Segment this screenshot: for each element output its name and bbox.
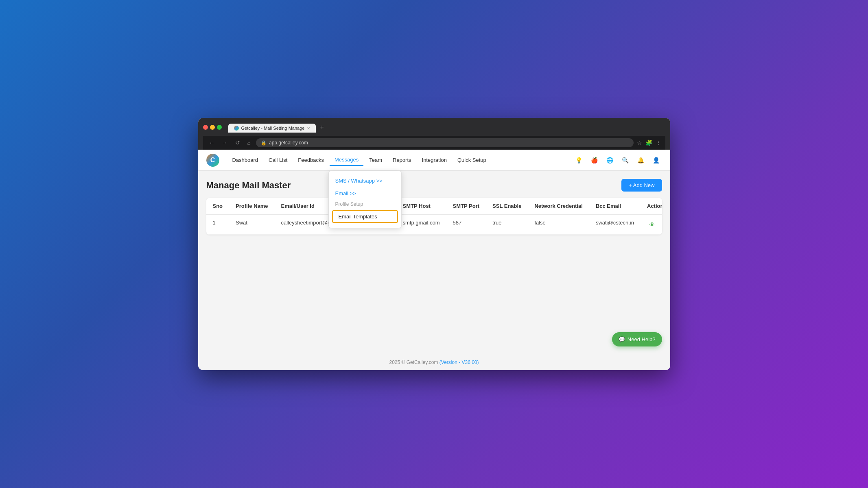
lock-icon: 🔒 [261, 140, 267, 146]
extensions-icon[interactable]: 🧩 [645, 139, 652, 146]
dropdown-email[interactable]: Email >> [329, 187, 401, 200]
star-icon[interactable]: ☆ [637, 139, 642, 146]
app-header: C Dashboard Call List Feedbacks Messages… [198, 150, 670, 171]
col-ssl-enable: SSL Enable [486, 198, 528, 214]
new-tab-button[interactable]: + [317, 122, 327, 133]
delete-icon[interactable]: 🗑 [660, 220, 662, 229]
mail-master-table: Sno Profile Name Email/User Id Password … [206, 198, 662, 235]
address-text: app.getcalley.com [269, 140, 308, 146]
cell-profile-name: Swati [229, 214, 274, 235]
footer-text: 2025 © GetCalley.com [389, 359, 438, 365]
col-action: Action [641, 198, 662, 214]
nav-reports[interactable]: Reports [388, 155, 416, 166]
dropdown-profile-setup: Profile Setup [329, 200, 401, 209]
back-button[interactable]: ← [207, 139, 217, 147]
col-smtp-host: SMTP Host [396, 198, 446, 214]
nav-call-list[interactable]: Call List [264, 155, 292, 166]
col-sno: Sno [206, 198, 230, 214]
browser-chrome: Getcalley - Mail Setting Manage ✕ + ← → … [198, 118, 670, 150]
need-help-button[interactable]: 💬 Need Help? [612, 332, 662, 346]
nav-quick-setup[interactable]: Quick Setup [453, 155, 491, 166]
menu-icon[interactable]: ⋮ [656, 139, 661, 146]
page-footer: 2025 © GetCalley.com (Version - V36.00) [198, 355, 670, 370]
header-icons: 💡 🍎 🌐 🔍 🔔 👤 [573, 155, 662, 166]
traffic-lights [203, 125, 222, 130]
nav-dashboard[interactable]: Dashboard [227, 155, 263, 166]
browser-tabs: Getcalley - Mail Setting Manage ✕ + [228, 122, 327, 133]
nav-messages[interactable]: Messages [330, 154, 363, 166]
messages-dropdown: SMS / Whatsapp >> Email >> Profile Setup… [328, 171, 402, 228]
table-row: 1 Swati calleysheetimport@gmail.com ****… [206, 214, 662, 235]
close-window-button[interactable] [203, 125, 208, 130]
browser-topbar: Getcalley - Mail Setting Manage ✕ + [203, 122, 665, 133]
browser-addressbar: ← → ↺ ⌂ 🔒 app.getcalley.com ☆ 🧩 ⋮ [203, 136, 665, 150]
logo-text: C [210, 157, 215, 164]
browser-window: Getcalley - Mail Setting Manage ✕ + ← → … [198, 118, 670, 370]
col-network-credential: Network Credential [528, 198, 589, 214]
notification-icon[interactable]: 🔔 [635, 155, 647, 166]
address-bar[interactable]: 🔒 app.getcalley.com [256, 138, 634, 147]
nav-feedbacks[interactable]: Feedbacks [293, 155, 329, 166]
lightbulb-icon[interactable]: 💡 [573, 155, 585, 166]
toolbar-icons: ☆ 🧩 ⋮ [637, 139, 661, 146]
action-icons: 👁 🗑 ✉ ✏ [647, 220, 662, 229]
help-label: Need Help? [627, 336, 656, 342]
tab-title: Getcalley - Mail Setting Manage [241, 126, 305, 131]
table-header-row: Sno Profile Name Email/User Id Password … [206, 198, 662, 214]
cell-smtp-port: 587 [446, 214, 486, 235]
cell-action: 👁 🗑 ✉ ✏ [641, 214, 662, 235]
main-content: Manage Mail Master + Add New Sno Profile… [198, 171, 670, 355]
nav-team[interactable]: Team [364, 155, 387, 166]
nav-integration[interactable]: Integration [417, 155, 452, 166]
col-profile-name: Profile Name [229, 198, 274, 214]
globe-icon[interactable]: 🌐 [604, 155, 616, 166]
col-smtp-port: SMTP Port [446, 198, 486, 214]
refresh-button[interactable]: ↺ [233, 139, 242, 147]
app-logo: C [206, 154, 219, 167]
cell-bcc-email: swati@cstech.in [589, 214, 641, 235]
apple-icon[interactable]: 🍎 [589, 155, 600, 166]
cell-network-credential: false [528, 214, 589, 235]
minimize-window-button[interactable] [210, 125, 215, 130]
col-bcc-email: Bcc Email [589, 198, 641, 214]
cell-smtp-host: smtp.gmail.com [396, 214, 446, 235]
page-header: Manage Mail Master + Add New [206, 179, 662, 192]
cell-sno: 1 [206, 214, 230, 235]
search-icon[interactable]: 🔍 [620, 155, 631, 166]
view-icon[interactable]: 👁 [647, 220, 657, 229]
add-new-button[interactable]: + Add New [621, 179, 662, 192]
active-tab[interactable]: Getcalley - Mail Setting Manage ✕ [228, 124, 316, 133]
whatsapp-icon: 💬 [619, 336, 625, 342]
footer-version-link[interactable]: (Version - V36.00) [439, 359, 479, 365]
home-button[interactable]: ⌂ [245, 139, 253, 147]
tab-favicon-icon [234, 126, 239, 131]
nav-menu: Dashboard Call List Feedbacks Messages T… [227, 154, 573, 166]
tab-close-icon[interactable]: ✕ [307, 126, 310, 131]
cell-ssl-enable: true [486, 214, 528, 235]
maximize-window-button[interactable] [217, 125, 222, 130]
forward-button[interactable]: → [220, 139, 230, 147]
user-icon[interactable]: 👤 [651, 155, 662, 166]
dropdown-email-templates[interactable]: Email Templates [332, 210, 398, 223]
dropdown-sms-whatsapp[interactable]: SMS / Whatsapp >> [329, 174, 401, 187]
table-container: Sno Profile Name Email/User Id Password … [206, 198, 662, 235]
page-title: Manage Mail Master [206, 180, 291, 191]
